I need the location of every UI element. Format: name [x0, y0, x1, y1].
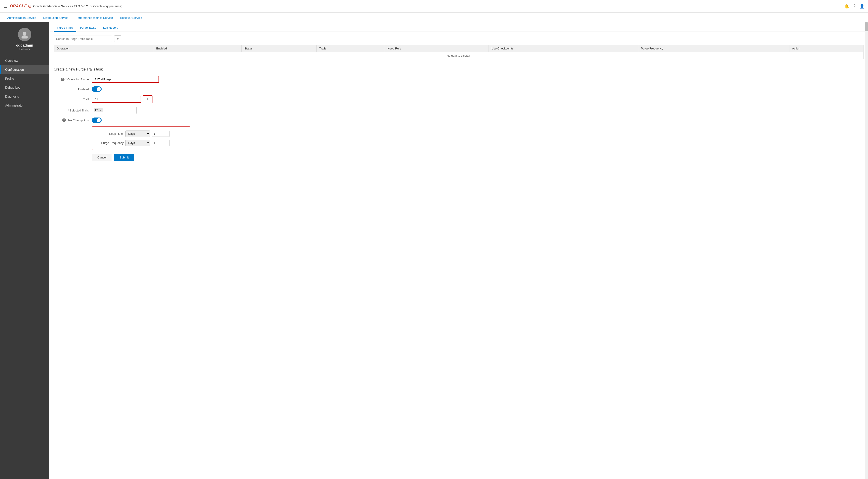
sub-tab-purge-trails[interactable]: Purge Trails: [54, 24, 76, 32]
user-profile-icon[interactable]: 👤: [860, 4, 864, 9]
purge-frequency-label: Purge Frequency: [97, 141, 124, 145]
form-buttons: Cancel Submit: [92, 154, 211, 166]
trail-row: Trail: +: [54, 95, 211, 103]
sidebar-item-diagnosis[interactable]: Diagnosis: [0, 92, 49, 101]
no-data-cell: No data to display.: [54, 52, 864, 59]
col-status: Status: [242, 45, 317, 52]
layout: oggadmin Security Overview Configuration…: [0, 22, 868, 479]
enabled-toggle[interactable]: [92, 86, 102, 92]
submit-button[interactable]: Submit: [114, 154, 134, 161]
nav-tab-receiver[interactable]: Receiver Service: [117, 14, 146, 22]
help-icon[interactable]: ?: [853, 4, 856, 8]
checkpoints-toggle-slider: [92, 118, 102, 123]
col-keep-rule: Keep Rule: [384, 45, 489, 52]
oracle-wordmark: ORACLE: [10, 4, 27, 8]
operation-name-help-icon[interactable]: ?: [61, 78, 64, 81]
operation-name-row: ? * Operation Name:: [54, 76, 211, 83]
nav-tab-distribution[interactable]: Distribution Service: [40, 14, 72, 22]
topbar: ☰ ORACLE ® Oracle GoldenGate Services 21…: [0, 0, 868, 12]
use-checkpoints-toggle[interactable]: [92, 118, 102, 123]
nav-tab-admin[interactable]: Administration Service: [4, 14, 40, 22]
table-area: + Operation Enabled Status Trails Keep R…: [49, 32, 868, 63]
col-use-checkpoints: Use Checkpoints: [489, 45, 638, 52]
create-purge-trail-form: Create a new Purge Trails task ? * Opera…: [49, 63, 868, 166]
keep-rule-number-input[interactable]: [152, 131, 170, 137]
purge-trails-table: Operation Enabled Status Trails Keep Rul…: [54, 45, 864, 59]
scrollbar-track: [865, 22, 868, 479]
svg-point-2: [23, 32, 26, 35]
keep-rule-label: Keep Rule:: [97, 132, 124, 135]
col-operation: Operation: [54, 45, 153, 52]
col-action: Action: [789, 45, 863, 52]
topbar-actions: 🔔 ? 👤: [844, 4, 864, 9]
sub-tab-lag-report[interactable]: Lag Report: [100, 24, 121, 32]
search-input[interactable]: [54, 36, 112, 42]
keep-rule-row: Keep Rule: Days Hours Files: [97, 130, 185, 137]
nav-tabs: Administration Service Distribution Serv…: [0, 12, 868, 22]
notification-icon[interactable]: 🔔: [844, 4, 849, 9]
sidebar-item-configuration[interactable]: Configuration: [0, 65, 49, 74]
enabled-row: Enabled:: [54, 86, 211, 92]
main-content: Purge Trails Purge Tasks Lag Report + Op…: [49, 22, 868, 479]
nav-tab-performance[interactable]: Performance Metrics Service: [72, 14, 117, 22]
oracle-reg-icon: ®: [28, 5, 31, 8]
col-purge-frequency: Purge Frequency: [638, 45, 789, 52]
form-title: Create a new Purge Trails task: [54, 67, 864, 71]
purge-frequency-select[interactable]: Days Hours Minutes: [125, 140, 150, 146]
selected-trails-label: * Selected Trails:: [54, 109, 90, 112]
use-checkpoints-label: ? Use Checkpoints:: [54, 119, 90, 122]
sidebar: oggadmin Security Overview Configuration…: [0, 22, 49, 479]
use-checkpoints-row: ? Use Checkpoints:: [54, 118, 211, 123]
trail-label: Trail:: [54, 98, 90, 101]
operation-name-label: ? * Operation Name:: [54, 78, 90, 81]
scrollbar-thumb[interactable]: [865, 22, 868, 31]
sidebar-item-overview[interactable]: Overview: [0, 56, 49, 65]
purge-frequency-number-input[interactable]: [152, 140, 170, 146]
purge-frequency-row: Purge Frequency Days Hours Minutes: [97, 140, 185, 146]
add-purge-trail-button[interactable]: +: [114, 35, 121, 42]
app-title: Oracle GoldenGate Services 21.9.0.0.2 fo…: [33, 4, 122, 8]
selected-trails-row: * Selected Trails: E1 ✕: [54, 107, 211, 114]
trail-add-button[interactable]: +: [143, 95, 152, 103]
trail-tag-remove[interactable]: ✕: [99, 109, 102, 112]
toggle-slider: [92, 86, 102, 92]
avatar: [18, 28, 31, 41]
sub-tab-purge-tasks[interactable]: Purge Tasks: [76, 24, 99, 32]
sidebar-username: oggadmin: [16, 43, 33, 47]
sidebar-nav: Overview Configuration Profile Debug Log…: [0, 56, 49, 110]
trail-input[interactable]: [92, 96, 141, 103]
table-toolbar: +: [54, 35, 864, 42]
trail-tag-e1: E1 ✕: [94, 108, 103, 113]
sub-tabs: Purge Trails Purge Tasks Lag Report: [49, 22, 868, 32]
rules-box: Keep Rule: Days Hours Files Purge Freque…: [92, 126, 190, 150]
oracle-logo: ORACLE ®: [10, 4, 31, 8]
enabled-label: Enabled:: [54, 88, 90, 91]
sidebar-item-debug-log[interactable]: Debug Log: [0, 83, 49, 92]
col-trails: Trails: [317, 45, 385, 52]
svg-point-3: [22, 35, 28, 38]
use-checkpoints-help-icon[interactable]: ?: [62, 119, 66, 122]
trail-input-row: +: [92, 95, 152, 103]
sidebar-item-administrator[interactable]: Administrator: [0, 101, 49, 110]
sidebar-subtitle: Security: [20, 47, 30, 51]
svg-text:®: ®: [29, 5, 30, 7]
keep-rule-select[interactable]: Days Hours Files: [125, 130, 150, 137]
selected-trails-container: E1 ✕: [92, 107, 136, 114]
col-enabled: Enabled: [153, 45, 242, 52]
operation-name-input[interactable]: [92, 76, 159, 83]
cancel-button[interactable]: Cancel: [92, 154, 112, 161]
sidebar-item-profile[interactable]: Profile: [0, 74, 49, 83]
form-container: ? * Operation Name: Enabled:: [54, 76, 211, 166]
trail-tag-label: E1: [95, 109, 98, 112]
menu-icon[interactable]: ☰: [4, 4, 7, 9]
